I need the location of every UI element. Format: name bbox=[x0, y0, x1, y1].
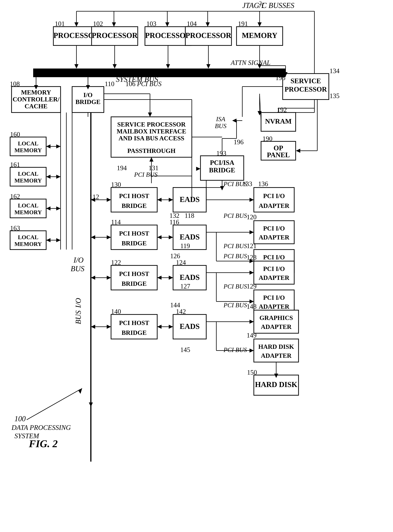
phb114-l2: BRIDGE bbox=[122, 240, 147, 247]
spmbx-l2: MAILBOX INTERFACE bbox=[117, 128, 186, 135]
n148-label: 148 bbox=[247, 303, 256, 310]
dps-label2: DATA PROCESSING bbox=[11, 424, 71, 431]
pci-bus-131: PCI BUS bbox=[134, 171, 158, 178]
processor2-label: PROCESSOR bbox=[92, 31, 138, 39]
io-bus-label2: BUS bbox=[74, 310, 82, 324]
n132-label: 132 bbox=[169, 212, 179, 219]
sp-label2: PROCESSOR bbox=[285, 85, 327, 93]
n133-label: 133 bbox=[242, 180, 252, 187]
iobridge-l2: BRIDGE bbox=[75, 98, 101, 105]
n103-label: 103 bbox=[146, 20, 156, 27]
n127-label: 127 bbox=[180, 283, 190, 290]
n194-label: 194 bbox=[117, 164, 127, 172]
n119-label: 119 bbox=[180, 242, 190, 250]
processor4-label: PROCESSOR bbox=[186, 31, 231, 39]
n140-label: 140 bbox=[111, 308, 121, 315]
pciisa-l2: BRIDGE bbox=[209, 167, 235, 174]
pci-bus-127-label: PCI BUS bbox=[223, 283, 247, 290]
eads3-label: EADS bbox=[180, 273, 200, 281]
io-bus-text: I/O bbox=[74, 256, 84, 264]
locmem161-l1: LOCAL bbox=[18, 171, 38, 177]
pciio120-l2: ADAPTER bbox=[259, 234, 290, 241]
n134-label: 134 bbox=[329, 67, 339, 74]
pci-bus-126-label: PCI BUS bbox=[223, 253, 247, 260]
attn-signal-label: ATTN SIGNAL bbox=[230, 59, 270, 66]
locmem162-l1: LOCAL bbox=[18, 202, 38, 209]
hdisk-adapter-l2: ADAPTER bbox=[261, 352, 292, 359]
phb114-l1: PCI HOST bbox=[119, 230, 149, 237]
phb122-l2: BRIDGE bbox=[122, 280, 147, 287]
n193-label: 193 bbox=[216, 150, 226, 157]
memctrl-l3: CACHE bbox=[25, 103, 48, 110]
n114-label: 114 bbox=[111, 218, 121, 226]
io-bus-text2: BUS bbox=[71, 265, 84, 273]
isa-bus-label2: BUS bbox=[215, 123, 226, 129]
jtag-bus-sup: 2 bbox=[259, 0, 262, 6]
spmbx-l4: PASSTHROUGH bbox=[127, 147, 176, 154]
n160-label: 160 bbox=[10, 131, 20, 138]
n122-label: 122 bbox=[111, 259, 121, 266]
n110-label: 110 bbox=[105, 80, 114, 88]
n128-label: 128 bbox=[247, 254, 256, 261]
sp-label1: SERVICE bbox=[290, 77, 321, 85]
n163-label: 163 bbox=[10, 224, 20, 232]
pci-bus-118-label: PCI BUS bbox=[223, 212, 247, 219]
pciio136-l2: ADAPTER bbox=[259, 202, 290, 209]
graphics-l2: ADAPTER bbox=[261, 323, 292, 330]
jtag-bus-label2: C BUSSES bbox=[262, 1, 294, 10]
n120-label: 120 bbox=[247, 213, 256, 221]
memctrl-l2: CONTROLLER/ bbox=[13, 96, 59, 103]
locmem163-l2: MEMORY bbox=[15, 241, 42, 247]
memctrl-l1: MEMORY bbox=[21, 89, 51, 96]
phb130-l1: PCI HOST bbox=[119, 192, 149, 199]
n124-label: 124 bbox=[176, 259, 186, 266]
n106-label: 106 bbox=[125, 80, 135, 88]
n191-label: 191 bbox=[238, 20, 248, 27]
phb130-l2: BRIDGE bbox=[122, 202, 147, 209]
n118-label: 118 bbox=[185, 212, 194, 219]
nvram-label: NVRAM bbox=[265, 118, 292, 125]
phb122-l1: PCI HOST bbox=[119, 270, 149, 277]
n126-label: 126 bbox=[170, 252, 180, 260]
oppanel-l2: PANEL bbox=[267, 151, 290, 159]
n190-label: 190 bbox=[262, 135, 272, 142]
pciio128-l2: ADAPTER bbox=[259, 274, 290, 281]
pciio129-l1: PCI I/O bbox=[263, 294, 285, 301]
n162-label: 162 bbox=[10, 193, 20, 200]
locmem160-l1: LOCAL bbox=[18, 140, 38, 147]
n130-label: 130 bbox=[111, 181, 121, 188]
eads4-label: EADS bbox=[180, 322, 200, 330]
dps-label3: SYSTEM bbox=[15, 432, 39, 440]
memory-label: MEMORY bbox=[242, 31, 277, 39]
hdisk-adapter-l1: HARD DISK bbox=[258, 343, 294, 350]
n149-label: 149 bbox=[247, 332, 256, 339]
locmem160-l2: MEMORY bbox=[15, 147, 42, 153]
n144-label: 144 bbox=[170, 301, 180, 309]
phb140-l1: PCI HOST bbox=[119, 319, 149, 326]
pci-bus-119-label: PCI BUS bbox=[223, 242, 247, 250]
n145-label: 145 bbox=[180, 346, 190, 353]
pciisa-l1: PCI/ISA bbox=[210, 159, 234, 166]
n150-label: 150 bbox=[247, 369, 257, 376]
n116-label: 116 bbox=[169, 218, 179, 226]
n121-label: 121 bbox=[247, 242, 256, 250]
eads2-label: EADS bbox=[180, 233, 200, 241]
n142-label: 142 bbox=[176, 308, 186, 315]
n101-label: 101 bbox=[55, 20, 65, 27]
n104-label: 104 bbox=[187, 20, 197, 27]
pciio136-l1: PCI I/O bbox=[263, 192, 285, 199]
n129-label: 129 bbox=[247, 283, 256, 290]
n196-label: 196 bbox=[234, 138, 244, 146]
isa-bus-label: ISA bbox=[216, 116, 226, 123]
pciio128-l1: PCI I/O bbox=[263, 265, 285, 272]
phb140-l2: BRIDGE bbox=[122, 329, 147, 336]
io-bus-label: I/O bbox=[74, 298, 82, 308]
n102-label: 102 bbox=[93, 20, 103, 27]
eads1-label: EADS bbox=[180, 195, 200, 203]
pci-bus-144-label: PCI BUS bbox=[223, 302, 247, 309]
n108-label: 108 bbox=[10, 80, 20, 88]
n195-label: 195 bbox=[275, 74, 285, 82]
pci-bus-145-label: PCI BUS bbox=[223, 346, 247, 353]
n131-label: 131 bbox=[148, 164, 158, 172]
pciio121-l1: PCI I/O bbox=[263, 254, 285, 261]
